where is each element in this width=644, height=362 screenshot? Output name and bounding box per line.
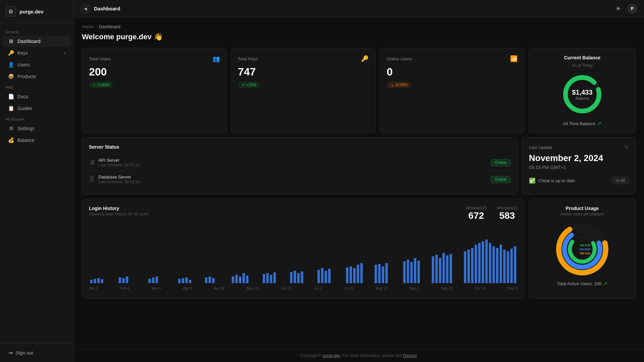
chart-label-jul2: Jul 2 [314, 286, 322, 290]
sidebar-item-settings[interactable]: ⚙ Settings [3, 123, 71, 134]
chart-label-sep21: Sep 21 [441, 286, 453, 290]
total-keys-header: Total Keys 🔑 [238, 55, 369, 62]
topbar-title: Dashboard [94, 6, 120, 11]
svg-rect-16 [205, 277, 207, 283]
svg-rect-43 [382, 266, 384, 283]
breadcrumb: Home › Dashboard [82, 24, 636, 29]
footer-discord-link[interactable]: Discord [403, 353, 417, 358]
svg-rect-2 [90, 280, 93, 283]
svg-rect-58 [471, 248, 474, 283]
sidebar-item-balance[interactable]: 💰 Balance [3, 135, 71, 146]
footer-text: Copyright © purge.dev. For more informat… [300, 353, 418, 358]
svg-rect-57 [467, 250, 470, 283]
api-server-status: Online [490, 159, 511, 166]
svg-rect-69 [510, 249, 513, 283]
sidebar-item-products[interactable]: 📦 Products [3, 71, 71, 82]
stats-row: Total Users 👥 200 ↗ +100% Total Keys 🔑 7… [82, 48, 636, 133]
svg-rect-34 [325, 271, 327, 283]
api-server-checked: Last checked: 00:53:14 [98, 163, 140, 167]
svg-rect-36 [346, 267, 348, 283]
chart-labels: Jan 2 Feb 6 Mar 6 Apr 3 Apr 26 May 19 Ju… [89, 285, 517, 292]
windows11-value: 583 [497, 210, 517, 221]
version-badge: v1.00 [612, 177, 629, 184]
bottom-row: Login History Showing login history for … [82, 199, 636, 299]
sidebar-item-keys[interactable]: 🔑 Keys ▾ [3, 47, 71, 59]
all-time-balance-label: All Time Balance [563, 121, 596, 126]
svg-rect-13 [182, 278, 184, 283]
balance-card: Current Balance As of Today $1,433 Balan… [529, 48, 636, 133]
chart-label-may19: May 19 [247, 286, 259, 290]
last-update-card: Last Update ↻ November 2, 2024 09:15 PM … [522, 137, 636, 195]
sidebar-item-docs-label: Docs [17, 94, 28, 99]
sign-out-button[interactable]: ⇥ Sign out [3, 347, 71, 359]
user-avatar[interactable]: P [627, 4, 637, 14]
login-history-title: Login History [89, 206, 149, 211]
theme-icon: ☀ [615, 5, 621, 12]
product-usage-title: Product Usage [566, 206, 599, 211]
total-active-label: Total Active Users: 200 [557, 281, 601, 286]
sidebar-item-users[interactable]: 👤 Users [3, 59, 71, 70]
refresh-icon[interactable]: ↻ [625, 144, 629, 150]
breadcrumb-separator: › [96, 24, 97, 29]
balance-donut-center: $1,433 Balance [572, 89, 592, 100]
svg-rect-50 [432, 256, 434, 283]
svg-rect-29 [294, 271, 296, 283]
product-usage-card: Product Usage Active users per product [529, 199, 636, 299]
svg-rect-28 [290, 272, 292, 283]
theme-toggle-button[interactable]: ☀ [613, 4, 623, 14]
sidebar-item-guides[interactable]: 📋 Guides [3, 103, 71, 114]
api-server-name: API Server [98, 158, 140, 163]
product-usage-chart: Val Full Val ESP Val Aim [555, 222, 609, 276]
balance-icon: 💰 [8, 137, 14, 143]
trend-up-icon2: ↗ [241, 83, 245, 87]
guides-icon: 📋 [8, 105, 14, 111]
sidebar-item-docs[interactable]: 📄 Docs [3, 91, 71, 102]
collapse-sidebar-button[interactable]: ◀ [81, 4, 90, 13]
total-users-header: Total Users 👥 [89, 55, 220, 62]
chart-label-nov3: Nov 3 [508, 286, 517, 290]
online-users-header: Online Users 📶 [387, 55, 517, 62]
svg-rect-55 [450, 254, 452, 283]
cheat-status-text: Cheat is up to date [538, 178, 575, 183]
online-users-badge: ↘ -0.00% [387, 82, 411, 88]
total-keys-badge-value: +10% [246, 83, 256, 87]
balance-donut-chart: $1,433 Balance [560, 72, 604, 116]
sign-out-icon: ⇥ [8, 350, 12, 356]
breadcrumb-current: Dashboard [99, 24, 120, 29]
svg-rect-21 [239, 276, 241, 283]
svg-rect-15 [189, 280, 191, 283]
svg-rect-38 [353, 268, 355, 283]
topbar-right: ☀ P [613, 4, 637, 14]
svg-rect-51 [435, 255, 438, 283]
svg-rect-7 [122, 278, 125, 283]
total-active-users: Total Active Users: 200 ↗ [557, 281, 607, 286]
svg-rect-56 [464, 251, 466, 283]
sidebar-item-balance-label: Balance [17, 138, 35, 143]
val-aim-label: Val Aim [579, 252, 591, 255]
sidebar-item-guides-label: Guides [17, 106, 32, 111]
chart-label-jul22: Jul 22 [344, 286, 354, 290]
sidebar-item-dashboard[interactable]: ⊞ Dashboard [3, 36, 71, 47]
server-status-title: Server Status [89, 144, 511, 150]
sidebar: ⚙ purge.dev General ⊞ Dashboard 🔑 Keys ▾… [0, 0, 74, 362]
sidebar-item-keys-label: Keys [17, 50, 28, 56]
main-content: Home › Dashboard Welcome purge.dev 👋 Tot… [74, 17, 644, 349]
svg-rect-47 [410, 262, 413, 283]
svg-rect-37 [350, 266, 352, 283]
svg-rect-68 [507, 251, 509, 283]
windows10-label: Windows10 [466, 206, 487, 210]
total-keys-card: Total Keys 🔑 747 ↗ +10% [231, 48, 376, 133]
login-history-header: Login History Showing login history for … [89, 206, 517, 221]
sidebar-item-users-label: Users [17, 62, 30, 67]
svg-rect-8 [126, 276, 128, 283]
footer-purgedev-link[interactable]: purge.dev [323, 353, 340, 358]
api-server-info: 🖥 API Server Last checked: 00:53:14 [89, 158, 140, 167]
sidebar-item-dashboard-label: Dashboard [17, 39, 41, 44]
database-server-name: Database Server [98, 174, 140, 179]
update-header: Last Update ↻ [529, 144, 629, 150]
last-update-label: Last Update [529, 145, 552, 150]
svg-rect-12 [178, 279, 181, 283]
database-server-info: 🗄 Database Server Last checked: 00:53:14 [89, 174, 140, 184]
product-donut-labels: Val Full Val ESP Val Aim [579, 244, 591, 255]
val-full-label: Val Full [579, 244, 591, 247]
